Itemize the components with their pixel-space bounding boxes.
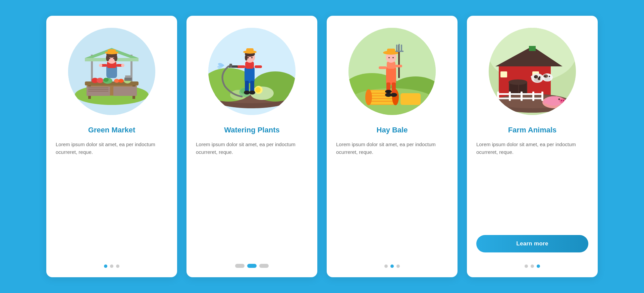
card-hay-bale: Hay Bale Lorem ipsum dolor sit amet, ea … bbox=[327, 16, 458, 277]
svg-point-58 bbox=[248, 57, 249, 58]
dot-toggle-1 bbox=[235, 264, 245, 268]
svg-rect-31 bbox=[108, 49, 116, 53]
svg-point-66 bbox=[244, 91, 250, 95]
farm-animals-svg bbox=[489, 28, 576, 115]
svg-rect-39 bbox=[125, 75, 131, 78]
card-watering-plants: Watering Plants Lorem ipsum dolor sit am… bbox=[186, 16, 317, 277]
svg-rect-139 bbox=[541, 92, 543, 101]
svg-point-28 bbox=[106, 55, 109, 61]
dot-3 bbox=[116, 265, 119, 268]
card-title-green-market: Green Market bbox=[88, 126, 136, 134]
svg-point-78 bbox=[365, 89, 372, 105]
card-title-hay: Hay Bale bbox=[377, 126, 408, 134]
svg-rect-133 bbox=[497, 93, 542, 95]
svg-point-36 bbox=[99, 64, 102, 67]
svg-point-67 bbox=[249, 91, 255, 95]
svg-rect-57 bbox=[246, 48, 254, 53]
illustration-farm bbox=[489, 28, 576, 115]
svg-point-108 bbox=[508, 79, 527, 85]
dots-watering bbox=[235, 258, 269, 268]
dots-hay bbox=[384, 259, 400, 268]
svg-point-29 bbox=[114, 55, 117, 61]
svg-point-99 bbox=[385, 90, 392, 93]
svg-rect-109 bbox=[500, 71, 507, 77]
dot-farm-1 bbox=[525, 265, 528, 268]
svg-point-86 bbox=[388, 57, 390, 58]
svg-point-117 bbox=[563, 100, 564, 101]
dot-1 bbox=[104, 265, 107, 268]
svg-rect-104 bbox=[529, 46, 536, 51]
svg-rect-21 bbox=[88, 89, 108, 90]
card-text-green-market: Lorem ipsum dolor sit amet, ea per indoc… bbox=[56, 140, 168, 251]
dot-2 bbox=[110, 265, 113, 268]
svg-rect-62 bbox=[229, 64, 232, 68]
svg-rect-92 bbox=[395, 51, 404, 52]
card-title-watering: Watering Plants bbox=[224, 126, 279, 134]
svg-point-37 bbox=[121, 64, 124, 67]
cards-container: Green Market Lorem ipsum dolor sit amet,… bbox=[26, 2, 618, 291]
card-text-hay: Lorem ipsum dolor sit amet, ea per indoc… bbox=[336, 140, 448, 251]
dot-farm-2 bbox=[531, 265, 534, 268]
svg-rect-137 bbox=[521, 92, 523, 101]
dot-farm-3 bbox=[537, 265, 540, 268]
dot-hay-3 bbox=[396, 265, 400, 268]
learn-more-button[interactable]: Learn more bbox=[476, 235, 588, 252]
svg-point-126 bbox=[534, 76, 536, 78]
illustration-green-market bbox=[68, 28, 155, 115]
svg-rect-51 bbox=[245, 66, 255, 83]
hay-bale-svg bbox=[348, 28, 436, 115]
illustration-hay bbox=[348, 28, 436, 115]
card-text-watering: Lorem ipsum dolor sit amet, ea per indoc… bbox=[196, 140, 308, 250]
svg-point-127 bbox=[539, 76, 541, 78]
svg-point-115 bbox=[559, 99, 566, 103]
svg-rect-38 bbox=[124, 77, 132, 81]
dot-hay-2 bbox=[390, 265, 394, 268]
svg-point-59 bbox=[251, 57, 253, 58]
svg-point-17 bbox=[118, 79, 124, 83]
svg-point-32 bbox=[109, 58, 110, 59]
card-farm-animals: Farm Animals Lorem ipsum dolor sit amet,… bbox=[467, 16, 598, 277]
svg-rect-23 bbox=[113, 86, 137, 96]
svg-point-15 bbox=[103, 78, 109, 82]
illustration-watering bbox=[208, 28, 296, 115]
dot-hay-1 bbox=[384, 265, 388, 268]
svg-rect-63 bbox=[255, 65, 262, 68]
svg-rect-85 bbox=[387, 49, 395, 53]
card-text-farm: Lorem ipsum dolor sit amet, ea per indoc… bbox=[476, 140, 588, 227]
svg-rect-80 bbox=[400, 93, 421, 105]
svg-point-13 bbox=[97, 78, 103, 83]
svg-rect-93 bbox=[395, 65, 402, 67]
dot-toggle-2 bbox=[247, 264, 257, 268]
svg-point-98 bbox=[390, 93, 397, 97]
svg-rect-81 bbox=[386, 66, 396, 85]
svg-point-130 bbox=[543, 74, 548, 78]
svg-rect-134 bbox=[497, 98, 542, 99]
svg-point-132 bbox=[549, 76, 550, 77]
svg-rect-135 bbox=[497, 92, 499, 101]
card-title-farm: Farm Animals bbox=[508, 126, 557, 134]
svg-rect-136 bbox=[509, 92, 511, 101]
svg-rect-94 bbox=[379, 66, 387, 69]
svg-point-87 bbox=[392, 57, 394, 58]
dots-farm bbox=[525, 259, 540, 268]
svg-point-131 bbox=[544, 76, 546, 77]
card-green-market: Green Market Lorem ipsum dolor sit amet,… bbox=[46, 16, 177, 277]
watering-svg bbox=[208, 28, 296, 115]
svg-point-55 bbox=[245, 55, 248, 61]
svg-rect-138 bbox=[532, 92, 534, 101]
svg-rect-22 bbox=[88, 91, 108, 92]
svg-point-118 bbox=[558, 99, 560, 100]
dot-toggle-3 bbox=[259, 264, 269, 268]
svg-point-48 bbox=[255, 87, 261, 93]
dots-green-market bbox=[104, 259, 119, 268]
svg-rect-20 bbox=[88, 87, 108, 88]
green-market-svg bbox=[68, 28, 155, 115]
svg-point-116 bbox=[561, 100, 562, 101]
svg-point-33 bbox=[113, 58, 114, 59]
